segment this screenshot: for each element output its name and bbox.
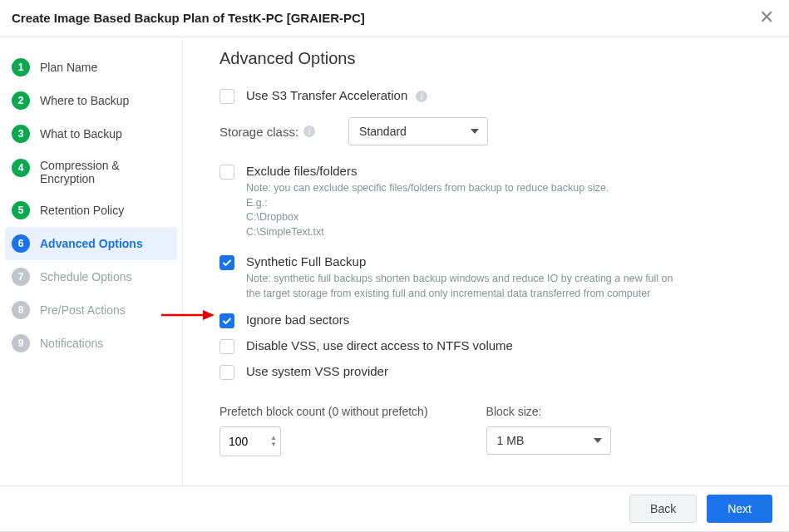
step-label: Pre/Post Actions	[40, 303, 126, 317]
checkbox-exclude[interactable]	[219, 165, 234, 180]
prefetch-input[interactable]: ▲ ▼	[219, 426, 281, 456]
step-label: Compression & Encryption	[40, 159, 148, 185]
step-label: Plan Name	[40, 61, 97, 74]
content-wrap: Advanced Options Use S3 Transfer Acceler…	[183, 37, 789, 485]
wizard-sidebar: 1Plan Name 2Where to Backup 3What to Bac…	[0, 37, 183, 485]
step-advanced-options[interactable]: 6Advanced Options	[5, 227, 177, 260]
step-label: Notifications	[40, 337, 103, 350]
select-value: Standard	[359, 125, 407, 138]
checkbox-ignore-bad[interactable]	[219, 313, 234, 328]
blocksize-select[interactable]: 1 MB	[486, 426, 611, 455]
step-what-to-backup[interactable]: 3What to Backup	[0, 117, 182, 150]
step-label: Where to Backup	[40, 94, 129, 107]
info-icon[interactable]: i	[416, 91, 427, 102]
step-number: 1	[12, 58, 30, 76]
storage-class-select[interactable]: Standard	[348, 117, 488, 145]
checkbox-disable-vss[interactable]	[219, 339, 234, 354]
prefetch-col: Prefetch block count (0 without prefetch…	[219, 405, 428, 456]
close-icon[interactable]: ✕	[756, 8, 777, 27]
step-number: 6	[12, 234, 30, 253]
checkbox-label: Synthetic Full Backup	[246, 254, 752, 268]
step-retention-policy[interactable]: 5Retention Policy	[0, 194, 182, 227]
step-number: 3	[12, 125, 30, 143]
step-number: 9	[12, 334, 30, 352]
checkbox-label: Use system VSS provider	[246, 364, 388, 378]
step-where-to-backup[interactable]: 2Where to Backup	[0, 84, 182, 117]
modal-header: Create Image Based Backup Plan of TestK-…	[0, 0, 789, 37]
step-label: Retention Policy	[40, 204, 124, 217]
storage-class-label: Storage class:	[219, 125, 298, 139]
storage-class-row: Storage class: i Standard	[219, 117, 752, 145]
checkbox-system-vss[interactable]	[219, 365, 234, 380]
checkbox-label: Ignore bad sectors	[246, 313, 349, 327]
select-value: 1 MB	[497, 434, 525, 447]
checkbox-label: Exclude files/folders	[246, 164, 752, 178]
step-label: Advanced Options	[40, 237, 143, 250]
chevron-down-icon	[594, 438, 602, 443]
option-ignore-bad-sectors: Ignore bad sectors	[219, 313, 752, 328]
step-label: Schedule Options	[40, 270, 132, 283]
blocksize-col: Block size: 1 MB	[486, 405, 611, 456]
checkbox-note: Note: you can exclude specific files/fol…	[246, 181, 752, 239]
step-plan-name[interactable]: 1Plan Name	[0, 51, 182, 84]
chevron-down-icon	[471, 129, 479, 134]
content-scroll[interactable]: Advanced Options Use S3 Transfer Acceler…	[183, 37, 777, 485]
step-number: 8	[12, 301, 30, 319]
spinner: ▲ ▼	[270, 435, 277, 448]
step-compression-encryption[interactable]: 4Compression & Encryption	[0, 150, 182, 194]
spinner-down-icon[interactable]: ▼	[270, 441, 277, 448]
info-icon[interactable]: i	[303, 126, 315, 137]
option-disable-vss: Disable VSS, use direct access to NTFS v…	[219, 338, 752, 354]
step-pre-post-actions[interactable]: 8Pre/Post Actions	[0, 293, 182, 327]
step-number: 7	[12, 268, 30, 286]
prefetch-value[interactable]	[229, 435, 257, 448]
option-synthetic-full-backup: Synthetic Full Backup Note: synthetic fu…	[219, 254, 752, 301]
blocksize-label: Block size:	[486, 405, 611, 418]
step-number: 5	[12, 201, 30, 219]
step-number: 2	[12, 91, 30, 110]
checkbox-label: Disable VSS, use direct access to NTFS v…	[246, 338, 513, 352]
back-button[interactable]: Back	[629, 495, 697, 523]
step-label: What to Backup	[40, 127, 122, 140]
checkbox-note: Note: synthetic full backups shorten bac…	[246, 272, 678, 301]
step-number: 4	[12, 159, 30, 177]
page-heading: Advanced Options	[219, 49, 752, 68]
option-exclude-files: Exclude files/folders Note: you can excl…	[219, 164, 752, 239]
option-system-vss: Use system VSS provider	[219, 364, 752, 380]
modal-title: Create Image Based Backup Plan of TestK-…	[12, 11, 365, 25]
checkbox-s3-accel[interactable]	[219, 89, 234, 104]
modal-dialog: Create Image Based Backup Plan of TestK-…	[0, 0, 789, 532]
block-settings-row: Prefetch block count (0 without prefetch…	[219, 405, 752, 456]
modal-footer: Back Next	[0, 485, 789, 531]
option-s3-transfer-acceleration: Use S3 Transfer Acceleration i	[219, 88, 752, 104]
next-button[interactable]: Next	[707, 495, 772, 523]
prefetch-label: Prefetch block count (0 without prefetch…	[219, 405, 428, 418]
step-schedule-options[interactable]: 7Schedule Options	[0, 260, 182, 293]
checkbox-label: Use S3 Transfer Acceleration	[246, 88, 407, 102]
checkbox-synthetic[interactable]	[219, 255, 234, 270]
modal-body: 1Plan Name 2Where to Backup 3What to Bac…	[0, 37, 789, 485]
step-notifications[interactable]: 9Notifications	[0, 327, 182, 360]
